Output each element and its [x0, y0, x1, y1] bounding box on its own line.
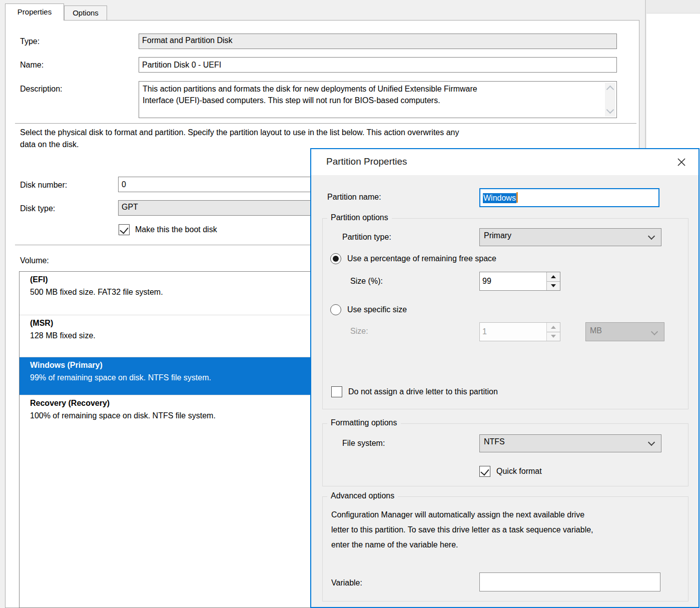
- description-scrollbar[interactable]: [605, 83, 615, 117]
- tab-options[interactable]: Options: [64, 6, 107, 21]
- partition-properties-dialog: Partition Properties Partition name: Win…: [310, 148, 699, 608]
- close-icon[interactable]: [675, 156, 687, 168]
- name-input[interactable]: [139, 57, 617, 73]
- volume-label: Volume:: [20, 256, 49, 265]
- advanced-options-legend: Advanced options: [327, 491, 398, 500]
- boot-disk-checkbox[interactable]: [119, 224, 130, 235]
- partition-name-input[interactable]: Windows: [479, 188, 659, 207]
- radio-use-percentage-label: Use a percentage of remaining free space: [347, 254, 496, 263]
- dialog-title: Partition Properties: [326, 156, 407, 167]
- size-spinner: [479, 322, 560, 341]
- chevron-down-icon: [648, 439, 655, 446]
- partition-name-label: Partition name:: [327, 193, 381, 202]
- instruction-line2: data on the disk.: [20, 140, 79, 149]
- partition-options-legend: Partition options: [327, 213, 392, 222]
- spinner-buttons: [546, 272, 560, 290]
- text-caret: [516, 192, 518, 203]
- variable-label: Variable:: [331, 578, 362, 587]
- size-percent-spinner[interactable]: [479, 272, 560, 291]
- type-field: Format and Partition Disk: [139, 34, 617, 49]
- description-text: This action partitions and formats the d…: [143, 83, 602, 106]
- file-system-dropdown[interactable]: NTFS: [479, 434, 661, 452]
- disk-number-label: Disk number:: [20, 181, 67, 190]
- chevron-down-icon: [651, 328, 658, 335]
- radio-use-specific-size[interactable]: [330, 304, 341, 315]
- size-label: Size:: [350, 327, 368, 336]
- formatting-options-group: [322, 423, 688, 486]
- quick-format-checkbox[interactable]: [479, 466, 490, 477]
- variable-input[interactable]: [479, 572, 660, 591]
- no-drive-letter-checkbox[interactable]: [331, 386, 342, 397]
- radio-use-specific-size-label: Use specific size: [347, 305, 407, 314]
- chevron-down-icon: [648, 233, 655, 240]
- spinner-buttons: [546, 323, 560, 341]
- advanced-options-description: Configuration Manager will automatically…: [331, 507, 681, 552]
- description-label: Description:: [20, 85, 62, 94]
- type-label: Type:: [20, 37, 40, 46]
- partition-type-label: Partition type:: [342, 233, 391, 242]
- screen: Properties Options Type: Format and Part…: [0, 0, 700, 608]
- file-system-label: File system:: [342, 439, 385, 448]
- description-box[interactable]: This action partitions and formats the d…: [139, 81, 617, 118]
- dialog-title-bar: Partition Properties: [311, 149, 698, 175]
- instruction-line1: Select the physical disk to format and p…: [20, 128, 459, 137]
- separator: [15, 123, 636, 125]
- spin-up-icon[interactable]: [547, 272, 560, 282]
- size-percent-input[interactable]: [480, 272, 551, 290]
- no-drive-letter-label: Do not assign a drive letter to this par…: [348, 387, 498, 396]
- tab-properties[interactable]: Properties: [5, 4, 64, 21]
- spin-down-icon: [547, 332, 560, 341]
- spin-down-icon[interactable]: [547, 281, 560, 290]
- disk-type-label: Disk type:: [20, 204, 55, 213]
- formatting-options-legend: Formatting options: [327, 418, 401, 427]
- scroll-up-icon[interactable]: [606, 86, 614, 94]
- selected-text: Windows: [483, 193, 516, 203]
- size-percent-label: Size (%):: [350, 277, 383, 286]
- name-label: Name:: [20, 61, 44, 70]
- size-input: [480, 323, 551, 341]
- boot-disk-checkbox-label: Make this the boot disk: [135, 225, 217, 234]
- spin-up-icon: [547, 323, 560, 332]
- quick-format-label: Quick format: [496, 467, 542, 476]
- scroll-down-icon[interactable]: [606, 106, 614, 114]
- background-window-strip: [646, 0, 700, 14]
- size-unit-dropdown: MB: [585, 322, 664, 341]
- radio-use-percentage[interactable]: [330, 253, 341, 264]
- partition-type-dropdown[interactable]: Primary: [479, 228, 661, 246]
